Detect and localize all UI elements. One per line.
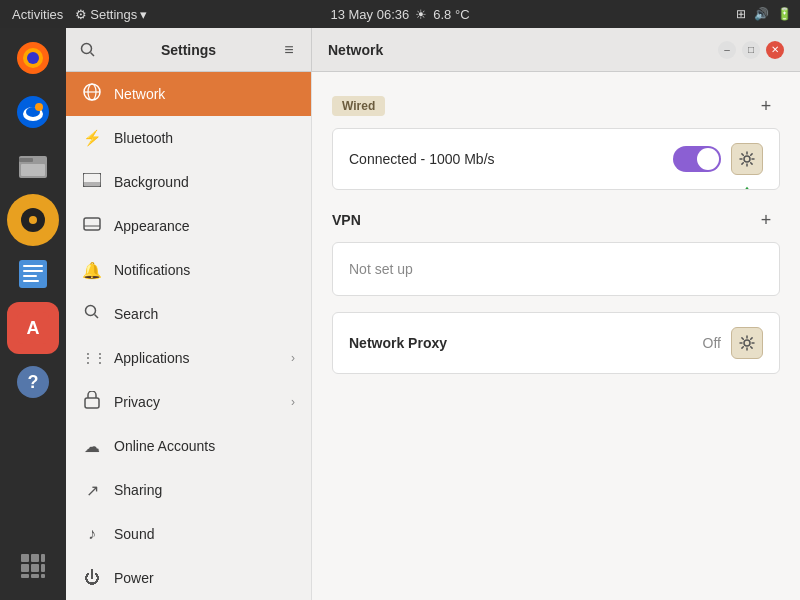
dock-item-rhythmbox[interactable]: [7, 194, 59, 246]
dock: A ?: [0, 28, 66, 600]
sidebar: Network ⚡ Bluetooth Background: [66, 72, 312, 600]
sidebar-item-search[interactable]: Search: [66, 292, 311, 336]
notifications-label: Notifications: [114, 262, 295, 278]
settings-header: Settings ≡ Network – □ ✕: [66, 28, 800, 72]
svg-rect-29: [31, 574, 39, 578]
thunderbird-icon: [15, 94, 51, 130]
maximize-button[interactable]: □: [742, 41, 760, 59]
network-panel-title: Network: [328, 42, 383, 58]
sharing-label: Sharing: [114, 482, 295, 498]
svg-point-6: [35, 103, 43, 111]
topbar: Activities ⚙ Settings ▾ 13 May 06:36 ☀ 6…: [0, 0, 800, 28]
firefox-icon: [15, 40, 51, 76]
close-button[interactable]: ✕: [766, 41, 784, 59]
wired-settings-button[interactable]: [731, 143, 763, 175]
wired-connection-label: Connected - 1000 Mb/s: [349, 151, 673, 167]
appearance-icon: [82, 217, 102, 235]
network-icon: [82, 83, 102, 105]
svg-rect-37: [83, 182, 101, 187]
wired-add-button[interactable]: +: [752, 92, 780, 120]
svg-rect-38: [84, 218, 100, 230]
network-status-icon[interactable]: ⊞: [736, 7, 746, 21]
network-header: Network – □ ✕: [312, 41, 800, 59]
svg-rect-13: [19, 260, 47, 288]
search-button[interactable]: [74, 36, 102, 64]
network-proxy-row: Network Proxy Off: [333, 313, 779, 373]
network-proxy-card[interactable]: Network Proxy Off: [332, 312, 780, 374]
dock-item-help[interactable]: ?: [7, 356, 59, 408]
bluetooth-icon: ⚡: [82, 129, 102, 147]
datetime: 13 May 06:36: [330, 7, 409, 22]
wired-gear-container: ↑: [731, 143, 763, 175]
svg-rect-8: [19, 158, 33, 162]
background-label: Background: [114, 174, 295, 190]
svg-rect-30: [41, 574, 45, 578]
minimize-button[interactable]: –: [718, 41, 736, 59]
dock-item-appstore[interactable]: A: [7, 302, 59, 354]
sidebar-item-appearance[interactable]: Appearance: [66, 204, 311, 248]
sidebar-item-applications[interactable]: ⋮⋮ Applications ›: [66, 336, 311, 380]
bluetooth-label: Bluetooth: [114, 130, 295, 146]
dock-item-firefox[interactable]: [7, 32, 59, 84]
search-sidebar-icon: [82, 304, 102, 324]
hamburger-button[interactable]: ≡: [275, 36, 303, 64]
vpn-card: Not set up: [332, 242, 780, 296]
wired-toggle[interactable]: [673, 146, 721, 172]
content-area: Wired + Connected - 1000 Mb/s: [312, 72, 800, 600]
sidebar-item-power[interactable]: ⏻ Power: [66, 556, 311, 600]
online-accounts-icon: ☁: [82, 437, 102, 456]
settings-gear-icon: ⚙: [75, 7, 87, 22]
wired-section-header: Wired +: [332, 92, 780, 120]
sidebar-item-sharing[interactable]: ↗ Sharing: [66, 468, 311, 512]
settings-panel: Settings ≡ Network – □ ✕: [66, 28, 800, 600]
power-icon: ⏻: [82, 569, 102, 587]
svg-point-31: [82, 43, 92, 53]
background-icon: [82, 173, 102, 191]
applications-label: Applications: [114, 350, 279, 366]
vpn-add-button[interactable]: +: [752, 206, 780, 234]
svg-point-43: [744, 156, 750, 162]
main-window: A ?: [0, 28, 800, 600]
svg-rect-26: [31, 564, 39, 572]
files-icon: [15, 148, 51, 184]
dock-item-thunderbird[interactable]: [7, 86, 59, 138]
dock-item-appgrid[interactable]: [7, 540, 59, 592]
toggle-knob: [697, 148, 719, 170]
sound-icon[interactable]: 🔊: [754, 7, 769, 21]
sidebar-item-notifications[interactable]: 🔔 Notifications: [66, 248, 311, 292]
temperature: 6.8 °C: [433, 7, 469, 22]
gear-arrow-indicator: ↑: [742, 181, 753, 190]
privacy-label: Privacy: [114, 394, 279, 410]
sidebar-item-network[interactable]: Network: [66, 72, 311, 116]
sidebar-item-background[interactable]: Background: [66, 160, 311, 204]
sidebar-item-privacy[interactable]: Privacy ›: [66, 380, 311, 424]
svg-rect-14: [23, 265, 43, 267]
sidebar-item-online-accounts[interactable]: ☁ Online Accounts: [66, 424, 311, 468]
svg-rect-15: [23, 270, 43, 272]
writer-icon: [15, 256, 51, 292]
activities-button[interactable]: Activities: [8, 7, 67, 22]
search-icon: [80, 42, 96, 58]
help-icon: ?: [15, 364, 51, 400]
dock-item-files[interactable]: [7, 140, 59, 192]
notifications-icon: 🔔: [82, 261, 102, 280]
network-proxy-settings-button[interactable]: [731, 327, 763, 359]
svg-rect-24: [41, 554, 45, 562]
window-controls: – □ ✕: [718, 41, 784, 59]
settings-menu[interactable]: ⚙ Settings ▾: [75, 7, 147, 22]
dock-item-writer[interactable]: [7, 248, 59, 300]
battery-icon[interactable]: 🔋: [777, 7, 792, 21]
appstore-icon: A: [15, 310, 51, 346]
sharing-icon: ↗: [82, 481, 102, 500]
svg-line-41: [95, 315, 99, 319]
search-sidebar-label: Search: [114, 306, 295, 322]
svg-point-44: [744, 340, 750, 346]
vpn-status-label: Not set up: [349, 261, 763, 277]
settings-menu-arrow: ▾: [140, 7, 147, 22]
sidebar-item-bluetooth[interactable]: ⚡ Bluetooth: [66, 116, 311, 160]
sidebar-header: Settings ≡: [66, 28, 312, 71]
sidebar-item-sound[interactable]: ♪ Sound: [66, 512, 311, 556]
wired-section-label: Wired: [332, 96, 385, 116]
settings-menu-label: Settings: [90, 7, 137, 22]
svg-rect-16: [23, 275, 37, 277]
